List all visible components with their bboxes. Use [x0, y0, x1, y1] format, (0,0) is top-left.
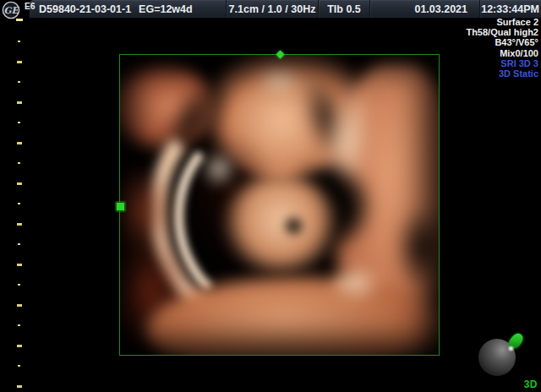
thermal-index: TIb 0.5 [327, 3, 361, 15]
time-display: 12:33:44PM [481, 3, 539, 15]
sphere-highlight [507, 346, 515, 351]
header-time-segment: 12:33:44PM [480, 0, 541, 18]
param-mode: 3D Static [466, 68, 538, 79]
header-thermal-index-segment: TIb 0.5 [319, 0, 370, 18]
render-parameters: Surface 2 Th58/Qual high2 B43°/V65° Mix0… [466, 17, 538, 79]
roi-box[interactable] [119, 54, 440, 356]
header-patient-segment: D59840-21-03-01-1 EG=12w4d [30, 0, 227, 18]
header-bar: D59840-21-03-01-1 EG=12w4d 7.1cm / 1.0 /… [30, 0, 541, 19]
orientation-widget [473, 331, 533, 380]
patient-id: D59840-21-03-01-1 [39, 3, 131, 15]
brand-area: GE E6 [2, 1, 30, 19]
svg-text:GE: GE [4, 5, 20, 15]
date-display: 01.03.2021 [414, 3, 467, 15]
param-quality: Th58/Qual high2 [466, 27, 538, 37]
depth-ruler [16, 41, 23, 389]
param-angles: B43°/V65° [466, 37, 538, 47]
roi-left-handle[interactable] [116, 202, 125, 211]
ultrasound-screen: GE E6 D59840-21-03-01-1 EG=12w4d 7.1cm /… [0, 0, 541, 392]
header-acquisition-segment: 7.1cm / 1.0 / 30Hz [227, 0, 319, 18]
mode-3d-label: 3D [524, 378, 538, 390]
ge-logo-icon: GE [2, 1, 20, 19]
param-sri: SRI 3D 3 [466, 58, 538, 68]
param-surface: Surface 2 [466, 17, 538, 27]
roi-top-handle[interactable] [276, 51, 285, 59]
gestational-age: EG=12w4d [139, 3, 193, 15]
param-mix: Mix0/100 [466, 48, 538, 58]
model-label: E6 [25, 2, 36, 11]
acquisition-params: 7.1cm / 1.0 / 30Hz [229, 3, 316, 15]
header-date-segment: 01.03.2021 [370, 0, 480, 18]
